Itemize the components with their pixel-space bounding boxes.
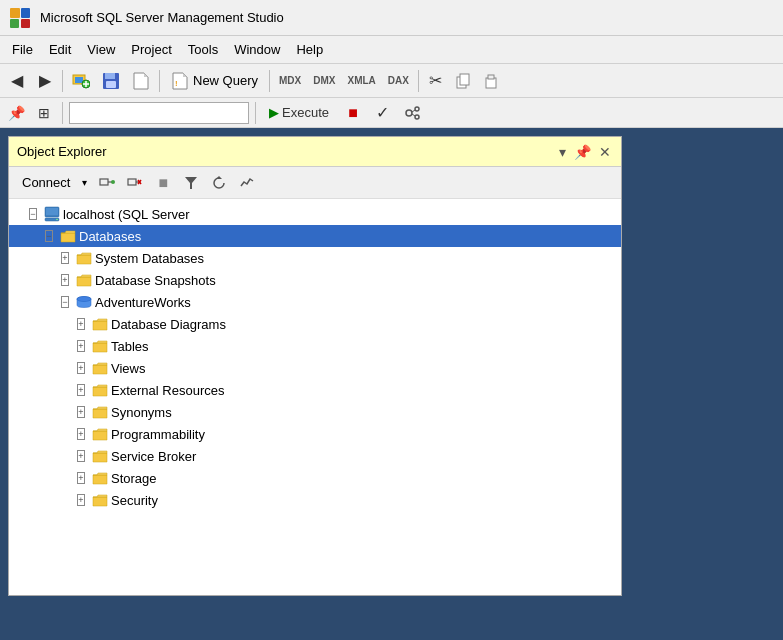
pin-icon[interactable]: 📌 <box>4 101 28 125</box>
display-plan-button[interactable] <box>400 100 426 126</box>
views-icon <box>92 360 108 376</box>
open-connection-button[interactable] <box>67 68 95 94</box>
system-databases-label: System Databases <box>95 251 204 266</box>
oe-dropdown-icon[interactable]: ▾ <box>557 144 568 160</box>
tree-item-security[interactable]: Security <box>9 489 621 511</box>
connect-button[interactable]: Connect <box>15 171 77 195</box>
oe-title-controls: ▾ 📌 ✕ <box>557 144 613 160</box>
tree-item-synonyms[interactable]: Synonyms <box>9 401 621 423</box>
expander-synonyms[interactable] <box>73 404 89 420</box>
svg-line-23 <box>412 114 415 116</box>
xmla-button[interactable]: XMLA <box>343 68 381 94</box>
svg-line-22 <box>412 110 415 112</box>
execute-label: Execute <box>282 105 329 120</box>
tree-item-localhost[interactable]: localhost (SQL Server <box>9 203 621 225</box>
oe-toolbar: Connect ▾ <box>9 167 621 199</box>
oe-pin-button[interactable]: 📌 <box>572 144 593 160</box>
expander-security[interactable] <box>73 492 89 508</box>
expander-system-databases[interactable] <box>57 250 73 266</box>
execute-button[interactable]: ▶ Execute <box>262 102 336 123</box>
svg-rect-18 <box>488 75 494 79</box>
tree-item-programmability[interactable]: Programmability <box>9 423 621 445</box>
disconnect-icon[interactable] <box>123 171 147 195</box>
save-button[interactable] <box>97 68 125 94</box>
service-broker-label: Service Broker <box>111 449 196 464</box>
tree-item-storage[interactable]: Storage <box>9 467 621 489</box>
svg-point-38 <box>77 297 91 302</box>
app-title: Microsoft SQL Server Management Studio <box>40 10 284 25</box>
connect-arrow-button[interactable]: ▾ <box>78 171 91 195</box>
paste-button[interactable] <box>479 68 505 94</box>
expander-database-snapshots[interactable] <box>57 272 73 288</box>
new-query-button[interactable]: ! New Query <box>164 68 265 94</box>
copy-button[interactable] <box>451 68 477 94</box>
database-diagrams-label: Database Diagrams <box>111 317 226 332</box>
oe-close-button[interactable]: ✕ <box>597 144 613 160</box>
databases-label: Databases <box>79 229 141 244</box>
expander-tables[interactable] <box>73 338 89 354</box>
refresh-icon[interactable] <box>207 171 231 195</box>
database-selector[interactable] <box>69 102 249 124</box>
svg-marker-31 <box>185 177 197 189</box>
connect-dropdown: Connect ▾ <box>15 171 91 195</box>
oe-tree[interactable]: localhost (SQL Server Databases <box>9 199 621 595</box>
cut-button[interactable]: ✂ <box>423 68 449 94</box>
adventureworks-label: AdventureWorks <box>95 295 191 310</box>
menu-file[interactable]: File <box>4 40 41 59</box>
back-button[interactable]: ◀ <box>4 68 30 94</box>
tables-icon <box>92 338 108 354</box>
svg-point-20 <box>415 107 419 111</box>
menu-help[interactable]: Help <box>288 40 331 59</box>
svg-rect-3 <box>21 19 30 28</box>
expander-views[interactable] <box>73 360 89 376</box>
detach-icon[interactable]: ⊞ <box>32 101 56 125</box>
svg-point-26 <box>111 180 115 184</box>
menu-view[interactable]: View <box>79 40 123 59</box>
dax-button[interactable]: DAX <box>383 68 414 94</box>
tree-item-databases[interactable]: Databases <box>9 225 621 247</box>
storage-icon <box>92 470 108 486</box>
expander-programmability[interactable] <box>73 426 89 442</box>
svg-rect-5 <box>75 77 83 83</box>
svg-point-36 <box>56 219 58 221</box>
tree-item-database-snapshots[interactable]: Database Snapshots <box>9 269 621 291</box>
new-query-label: New Query <box>193 73 258 88</box>
tree-item-service-broker[interactable]: Service Broker <box>9 445 621 467</box>
menu-tools[interactable]: Tools <box>180 40 226 59</box>
tree-item-external-resources[interactable]: External Resources <box>9 379 621 401</box>
menu-edit[interactable]: Edit <box>41 40 79 59</box>
tree-item-database-diagrams[interactable]: Database Diagrams <box>9 313 621 335</box>
expander-databases[interactable] <box>41 228 57 244</box>
dmx-button[interactable]: DMX <box>308 68 340 94</box>
expander-external-resources[interactable] <box>73 382 89 398</box>
tree-item-adventureworks[interactable]: AdventureWorks <box>9 291 621 313</box>
app-icon <box>8 6 32 30</box>
filter-icon[interactable] <box>179 171 203 195</box>
new-connection-icon[interactable] <box>95 171 119 195</box>
mdx-button[interactable]: MDX <box>274 68 306 94</box>
tree-item-views[interactable]: Views <box>9 357 621 379</box>
server-icon <box>44 206 60 222</box>
forward-button[interactable]: ▶ <box>32 68 58 94</box>
parse-button[interactable]: ✓ <box>370 100 396 126</box>
expander-adventureworks[interactable] <box>57 294 73 310</box>
stop-activity-icon[interactable]: ■ <box>151 171 175 195</box>
content-area: Object Explorer ▾ 📌 ✕ Connect ▾ <box>0 128 783 640</box>
tree-item-tables[interactable]: Tables <box>9 335 621 357</box>
tables-label: Tables <box>111 339 149 354</box>
database-snapshots-label: Database Snapshots <box>95 273 216 288</box>
expander-service-broker[interactable] <box>73 448 89 464</box>
expander-database-diagrams[interactable] <box>73 316 89 332</box>
menu-window[interactable]: Window <box>226 40 288 59</box>
stop-button[interactable]: ■ <box>340 100 366 126</box>
tree-item-system-databases[interactable]: System Databases <box>9 247 621 269</box>
activity-monitor-icon[interactable] <box>235 171 259 195</box>
expander-storage[interactable] <box>73 470 89 486</box>
system-databases-icon <box>76 250 92 266</box>
new-file-button[interactable] <box>127 68 155 94</box>
database-diagrams-icon <box>92 316 108 332</box>
external-resources-icon <box>92 382 108 398</box>
expander-localhost[interactable] <box>25 206 41 222</box>
programmability-label: Programmability <box>111 427 205 442</box>
menu-project[interactable]: Project <box>123 40 179 59</box>
